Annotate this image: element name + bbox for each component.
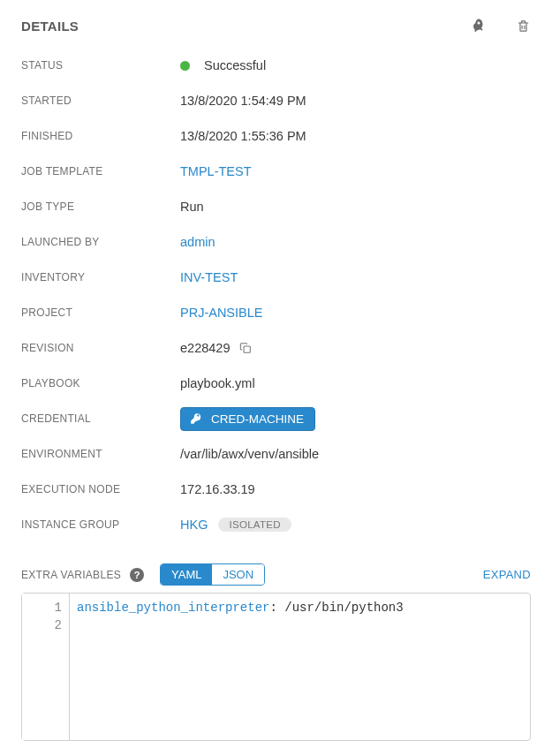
- label-extra-variables: EXTRA VARIABLES: [21, 569, 121, 581]
- label-playbook: PLAYBOOK: [21, 377, 180, 389]
- trash-icon[interactable]: [515, 18, 531, 34]
- label-revision: REVISION: [21, 342, 180, 354]
- link-instance-group[interactable]: HKG: [180, 518, 208, 532]
- expand-button[interactable]: EXPAND: [483, 568, 531, 581]
- line-number: 2: [22, 616, 62, 634]
- yaml-toggle-button[interactable]: YAML: [161, 564, 212, 585]
- link-project[interactable]: PRJ-ANSIBLE: [180, 306, 262, 320]
- yaml-colon: :: [269, 601, 284, 615]
- row-execution-node: EXECUTION NODE 172.16.33.19: [21, 472, 531, 507]
- copy-icon[interactable]: [238, 341, 253, 355]
- yaml-value: /usr/bin/python3: [284, 601, 403, 615]
- editor-code[interactable]: ansible_python_interpreter: /usr/bin/pyt…: [70, 593, 530, 740]
- help-icon[interactable]: ?: [130, 568, 144, 582]
- row-launched-by: LAUNCHED BY admin: [21, 224, 531, 260]
- yaml-key: ansible_python_interpreter: [77, 601, 269, 615]
- revision-text: e228429: [180, 341, 230, 355]
- label-instance-group: INSTANCE GROUP: [21, 518, 180, 531]
- row-playbook: PLAYBOOK playbook.yml: [21, 366, 531, 401]
- row-started: STARTED 13/8/2020 1:54:49 PM: [21, 83, 531, 118]
- header-actions: [471, 18, 531, 34]
- value-execution-node: 172.16.33.19: [180, 482, 531, 496]
- value-environment: /var/lib/awx/venv/ansible: [180, 447, 531, 461]
- link-inventory[interactable]: INV-TEST: [180, 270, 238, 284]
- format-toggle: YAML JSON: [160, 563, 265, 586]
- label-status: STATUS: [21, 59, 180, 72]
- row-inventory: INVENTORY INV-TEST: [21, 260, 531, 295]
- row-job-type: JOB TYPE Run: [21, 189, 531, 224]
- row-instance-group: INSTANCE GROUP HKG ISOLATED: [21, 507, 531, 542]
- label-job-template: JOB TEMPLATE: [21, 165, 180, 178]
- details-title: DETAILS: [21, 19, 79, 34]
- row-finished: FINISHED 13/8/2020 1:55:36 PM: [21, 118, 531, 154]
- editor-gutter: 1 2: [22, 593, 70, 740]
- value-finished: 13/8/2020 1:55:36 PM: [180, 129, 531, 143]
- credential-chip[interactable]: CRED-MACHINE: [180, 407, 315, 431]
- label-launched-by: LAUNCHED BY: [21, 236, 180, 248]
- value-started: 13/8/2020 1:54:49 PM: [180, 94, 531, 108]
- extra-vars-editor[interactable]: 1 2 ansible_python_interpreter: /usr/bin…: [21, 593, 531, 741]
- label-started: STARTED: [21, 94, 180, 107]
- row-extra-variables: EXTRA VARIABLES ? YAML JSON EXPAND: [21, 563, 531, 586]
- status-dot-icon: [180, 61, 190, 71]
- rocket-icon[interactable]: [471, 18, 487, 34]
- details-header: DETAILS: [21, 18, 531, 34]
- row-environment: ENVIRONMENT /var/lib/awx/venv/ansible: [21, 436, 531, 472]
- link-job-template[interactable]: TMPL-TEST: [180, 164, 252, 178]
- row-status: STATUS Successful: [21, 48, 531, 83]
- line-number: 1: [22, 599, 62, 616]
- value-instance-group: HKG ISOLATED: [180, 518, 531, 532]
- link-launched-by[interactable]: admin: [180, 235, 216, 249]
- svg-rect-0: [244, 346, 250, 352]
- label-finished: FINISHED: [21, 130, 180, 142]
- status-text: Successful: [204, 58, 266, 72]
- label-environment: ENVIRONMENT: [21, 448, 180, 460]
- json-toggle-button[interactable]: JSON: [212, 564, 264, 585]
- row-job-template: JOB TEMPLATE TMPL-TEST: [21, 154, 531, 189]
- label-job-type: JOB TYPE: [21, 200, 180, 213]
- credential-text: CRED-MACHINE: [211, 412, 304, 426]
- label-project: PROJECT: [21, 306, 180, 319]
- value-playbook: playbook.yml: [180, 376, 531, 390]
- row-revision: REVISION e228429: [21, 330, 531, 366]
- label-inventory: INVENTORY: [21, 271, 180, 284]
- label-execution-node: EXECUTION NODE: [21, 483, 180, 495]
- key-icon: [190, 412, 202, 425]
- isolated-badge: ISOLATED: [218, 518, 291, 532]
- value-job-type: Run: [180, 200, 531, 214]
- label-credential: CREDENTIAL: [21, 412, 180, 425]
- row-project: PROJECT PRJ-ANSIBLE: [21, 295, 531, 330]
- row-credential: CREDENTIAL CRED-MACHINE: [21, 401, 531, 436]
- value-status: Successful: [180, 58, 531, 72]
- value-revision: e228429: [180, 341, 531, 355]
